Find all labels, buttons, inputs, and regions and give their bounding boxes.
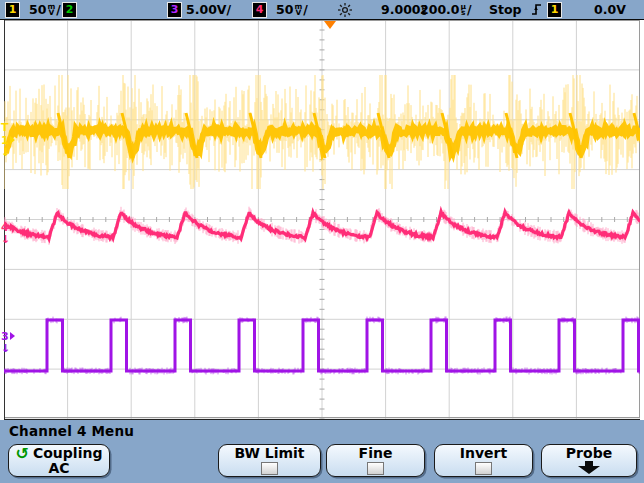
offscreen-arrow-↓: ↓ — [1, 342, 10, 354]
softkey-fine-label: Fine — [359, 446, 393, 461]
softkey-invert-label: Invert — [460, 446, 507, 461]
channel-4-badge[interactable]: 4 — [252, 2, 267, 17]
channel-3-badge-number: 3 — [167, 2, 182, 18]
cycle-icon: ↺ — [16, 447, 29, 461]
softkey-fine[interactable]: Fine — [326, 444, 425, 477]
channel-1-badge-number: 1 — [5, 2, 20, 18]
softkey-probe[interactable]: Probe — [541, 444, 637, 477]
channel-1-badge[interactable]: 1 — [5, 2, 20, 17]
bw-limit-checkbox — [261, 462, 278, 475]
softkey-invert[interactable]: Invert — [434, 444, 533, 477]
invert-checkbox — [475, 462, 492, 475]
waveform-plot — [4, 20, 640, 419]
timebase-unit: µs — [461, 4, 467, 15]
waveform-display — [4, 20, 640, 420]
softkey-bw-limit[interactable]: BW Limit — [218, 444, 321, 477]
trigger-source-badge[interactable]: 1 — [547, 2, 562, 17]
channel-1-scale-value: 50 — [29, 2, 46, 17]
top-status-bar: 1 50 mV / 2 3 5.00 V/ 4 50 mV / 9.000 µs… — [0, 0, 644, 20]
softkey-coupling-label: Coupling — [33, 446, 102, 461]
softkey-coupling[interactable]: ↺ Coupling AC — [8, 444, 110, 477]
channel-1-scale-unit: mV — [47, 4, 55, 15]
trigger-level-marker-T: T — [1, 121, 9, 133]
channel-2-badge-number: 2 — [62, 2, 77, 18]
trigger-level-readout[interactable]: 0.0V — [594, 2, 626, 17]
channel-3-badge[interactable]: 3 — [167, 2, 182, 17]
channel-ground-marker-3[interactable]: 3 — [1, 330, 15, 342]
timebase-readout[interactable]: 200.0 µs / — [420, 2, 472, 17]
acquisition-status: Stop — [489, 2, 522, 17]
channel-1-scale[interactable]: 50 mV / — [29, 2, 61, 17]
edge-trigger-icon — [531, 2, 543, 17]
channel-ground-marker-4[interactable]: 4 — [1, 221, 15, 233]
down-arrow-icon — [573, 461, 605, 475]
softkey-menu-bar: Channel 4 Menu ↺ Coupling AC BW Limit Fi… — [0, 420, 644, 483]
channel-3-scale-value: 5.00 — [186, 2, 217, 17]
channel-4-badge-number: 4 — [252, 2, 267, 18]
timebase-value: 200.0 — [420, 2, 460, 17]
channel-4-scale-unit: mV — [294, 4, 302, 15]
delay-value: 9.000 — [381, 2, 421, 17]
brightness-icon — [337, 2, 353, 17]
oscilloscope-screen: { "colors": { "bar_background": "#87A6C9… — [0, 0, 644, 483]
fine-checkbox — [367, 462, 384, 475]
offscreen-arrow-↓: ↓ — [1, 146, 10, 158]
trigger-source-number: 1 — [547, 2, 562, 18]
offscreen-arrow-↓: ↓ — [1, 233, 10, 245]
channel-4-scale[interactable]: 50 mV / — [276, 2, 308, 17]
trigger-time-marker — [324, 21, 336, 29]
menu-title: Channel 4 Menu — [9, 423, 134, 439]
softkey-bw-limit-label: BW Limit — [234, 446, 304, 461]
softkey-probe-label: Probe — [566, 446, 612, 461]
channel-4-scale-value: 50 — [276, 2, 293, 17]
softkey-coupling-value: AC — [48, 461, 69, 476]
channel-3-scale[interactable]: 5.00 V/ — [186, 2, 231, 17]
channel-2-badge[interactable]: 2 — [62, 2, 77, 17]
channel-ground-marker-1[interactable]: 1 — [1, 134, 15, 146]
